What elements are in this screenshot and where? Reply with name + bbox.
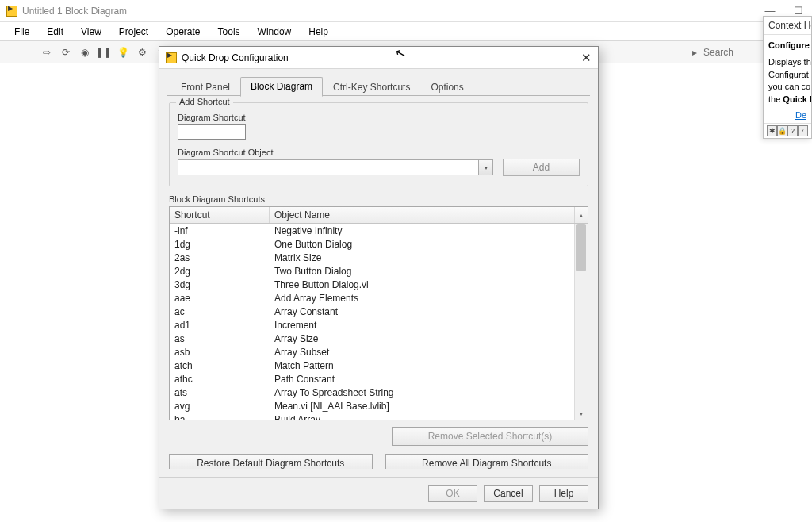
cell-shortcut: 2dg bbox=[170, 266, 270, 277]
menu-edit[interactable]: Edit bbox=[39, 25, 71, 39]
col-shortcut[interactable]: Shortcut bbox=[170, 207, 270, 223]
close-icon[interactable]: ✕ bbox=[581, 51, 592, 65]
dialog-titlebar[interactable]: Quick Drop Configuration ✕ bbox=[159, 47, 598, 69]
group-label: Add Shortcut bbox=[176, 97, 233, 106]
cell-object: Build Array bbox=[270, 414, 574, 420]
pause-icon[interactable]: ❚❚ bbox=[97, 45, 111, 59]
menu-operate[interactable]: Operate bbox=[158, 25, 208, 39]
restore-defaults-button[interactable]: Restore Default Diagram Shortcuts bbox=[169, 454, 373, 469]
table-row[interactable]: asArray Size bbox=[170, 332, 574, 345]
cell-object: Mean.vi [NI_AALBase.lvlib] bbox=[270, 401, 574, 412]
context-help-line: you can co bbox=[768, 81, 806, 93]
cell-object: One Button Dialog bbox=[270, 239, 574, 250]
table-row[interactable]: 2asMatrix Size bbox=[170, 251, 574, 264]
table-row[interactable]: atchMatch Pattern bbox=[170, 359, 574, 372]
menu-tools[interactable]: Tools bbox=[210, 25, 248, 39]
cell-object: Array Size bbox=[270, 333, 574, 344]
cell-object: Two Button Dialog bbox=[270, 266, 574, 277]
cell-shortcut: ad1 bbox=[170, 320, 270, 331]
main-window-title: Untitled 1 Block Diagram bbox=[22, 6, 127, 17]
context-help-line: the Quick I bbox=[768, 94, 806, 106]
cell-shortcut: 1dg bbox=[170, 239, 270, 250]
cell-shortcut: avg bbox=[170, 401, 270, 412]
help-button[interactable]: Help bbox=[539, 485, 588, 502]
menu-view[interactable]: View bbox=[73, 25, 109, 39]
cell-object: Matrix Size bbox=[270, 252, 574, 263]
diagram-shortcut-input[interactable] bbox=[178, 124, 246, 140]
table-row[interactable]: -infNegative Infinity bbox=[170, 224, 574, 237]
retain-wire-icon[interactable]: ⚙ bbox=[135, 45, 149, 59]
cell-shortcut: as bbox=[170, 333, 270, 344]
diagram-object-label: Diagram Shortcut Object bbox=[178, 148, 580, 157]
table-row[interactable]: baBuild Array bbox=[170, 413, 574, 420]
dialog-icon bbox=[166, 52, 177, 63]
dialog-title: Quick Drop Configuration bbox=[182, 52, 289, 63]
menu-help[interactable]: Help bbox=[301, 25, 336, 39]
add-shortcut-group: Add Shortcut Diagram Shortcut Diagram Sh… bbox=[169, 102, 588, 186]
run-icon[interactable]: ⇨ bbox=[40, 45, 54, 59]
chevron-down-icon[interactable]: ▾ bbox=[478, 160, 492, 175]
cell-shortcut: aae bbox=[170, 293, 270, 304]
table-row[interactable]: acArray Constant bbox=[170, 305, 574, 318]
ok-button[interactable]: OK bbox=[428, 485, 477, 502]
window-controls: — ☐ bbox=[763, 5, 806, 17]
cell-object: Array To Spreadsheet String bbox=[270, 387, 574, 398]
diagram-shortcut-label: Diagram Shortcut bbox=[178, 113, 580, 122]
run-continuous-icon[interactable]: ⟳ bbox=[59, 45, 73, 59]
table-header: Shortcut Object Name ▴ bbox=[170, 207, 588, 224]
table-row[interactable]: avgMean.vi [NI_AALBase.lvlib] bbox=[170, 399, 574, 413]
ctx-lock-icon[interactable]: ✱ bbox=[767, 125, 777, 136]
ctx-collapse-icon[interactable]: ‹ bbox=[798, 125, 808, 136]
tab-front-panel[interactable]: Front Panel bbox=[170, 78, 240, 97]
table-row[interactable]: ad1Increment bbox=[170, 318, 574, 332]
diagram-object-combo[interactable]: ▾ bbox=[178, 159, 493, 175]
table-row[interactable]: asbArray Subset bbox=[170, 345, 574, 359]
remove-all-button[interactable]: Remove All Diagram Shortcuts bbox=[385, 454, 589, 469]
main-titlebar: Untitled 1 Block Diagram — ☐ bbox=[0, 0, 812, 22]
diagram-object-value bbox=[178, 160, 478, 175]
table-row[interactable]: atsArray To Spreadsheet String bbox=[170, 386, 574, 399]
menu-window[interactable]: Window bbox=[250, 25, 300, 39]
highlight-icon[interactable]: 💡 bbox=[116, 45, 130, 59]
search-prev-icon[interactable]: ▸ bbox=[692, 47, 697, 58]
cell-object: Array Constant bbox=[270, 306, 574, 317]
menu-file[interactable]: File bbox=[6, 25, 37, 39]
scroll-down-icon[interactable]: ▾ bbox=[575, 408, 588, 420]
table-row[interactable]: 2dgTwo Button Dialog bbox=[170, 264, 574, 278]
tab-block-diagram[interactable]: Block Diagram bbox=[240, 77, 323, 97]
table-row[interactable]: 1dgOne Button Dialog bbox=[170, 237, 574, 251]
cell-shortcut: -inf bbox=[170, 225, 270, 236]
quick-drop-config-dialog: Quick Drop Configuration ✕ Front Panel B… bbox=[159, 46, 599, 509]
context-help-link[interactable]: De bbox=[764, 110, 811, 123]
cell-shortcut: asb bbox=[170, 347, 270, 358]
cell-shortcut: 3dg bbox=[170, 279, 270, 290]
shortcuts-table: Shortcut Object Name ▴ -infNegative Infi… bbox=[169, 206, 588, 420]
minimize-button[interactable]: — bbox=[763, 5, 777, 17]
cell-object: Array Subset bbox=[270, 347, 574, 358]
maximize-button[interactable]: ☐ bbox=[791, 5, 806, 17]
remove-selected-button[interactable]: Remove Selected Shortcut(s) bbox=[392, 427, 588, 446]
tab-ctrl-key-shortcuts[interactable]: Ctrl-Key Shortcuts bbox=[323, 78, 420, 97]
dialog-footer: OK Cancel Help bbox=[159, 477, 598, 509]
col-object-name[interactable]: Object Name bbox=[270, 207, 574, 223]
scrollbar-thumb[interactable] bbox=[576, 224, 586, 271]
menu-bar: File Edit View Project Operate Tools Win… bbox=[0, 22, 812, 41]
table-scrollbar[interactable]: ▾ bbox=[574, 224, 588, 420]
cell-object: Three Button Dialog.vi bbox=[270, 279, 574, 290]
cell-shortcut: athc bbox=[170, 374, 270, 385]
table-row[interactable]: athcPath Constant bbox=[170, 372, 574, 386]
abort-icon[interactable]: ◉ bbox=[78, 45, 92, 59]
cancel-button[interactable]: Cancel bbox=[484, 485, 533, 502]
shortcuts-table-label: Block Diagram Shortcuts bbox=[169, 194, 588, 204]
add-button[interactable]: Add bbox=[503, 159, 580, 176]
cell-shortcut: atch bbox=[170, 360, 270, 371]
tab-options[interactable]: Options bbox=[420, 78, 473, 97]
menu-project[interactable]: Project bbox=[111, 25, 156, 39]
ctx-lock2-icon[interactable]: 🔒 bbox=[777, 125, 787, 136]
scroll-up-icon[interactable]: ▴ bbox=[574, 207, 588, 223]
cell-shortcut: 2as bbox=[170, 252, 270, 263]
ctx-help-icon[interactable]: ? bbox=[787, 125, 798, 136]
cell-object: Increment bbox=[270, 320, 574, 331]
table-row[interactable]: aaeAdd Array Elements bbox=[170, 291, 574, 305]
table-row[interactable]: 3dgThree Button Dialog.vi bbox=[170, 278, 574, 291]
